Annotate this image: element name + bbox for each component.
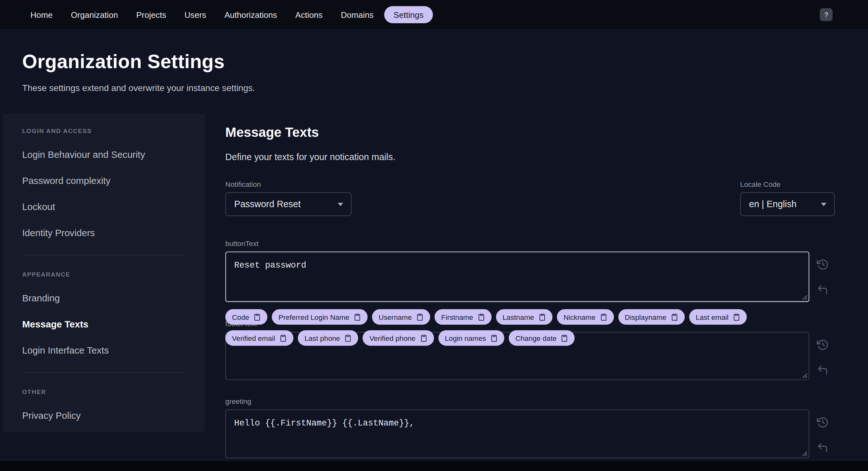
placeholder-chips: Code Preferred Login Name Username First… [225, 309, 801, 346]
chip-verified-email[interactable]: Verified email [225, 330, 293, 346]
nav-authorizations[interactable]: Authorizations [224, 9, 277, 19]
greeting-input[interactable]: Hello {{.FirstName}} {{.LastName}}, [226, 410, 809, 458]
chip-last-phone[interactable]: Last phone [298, 330, 358, 346]
sidebar-item-lockout[interactable]: Lockout [22, 202, 188, 212]
nav-actions[interactable]: Actions [296, 9, 323, 19]
sidebar-item-login-behaviour-and-security[interactable]: Login Behaviour and Security [22, 150, 188, 160]
copy-icon [670, 313, 679, 321]
locale-select-value: en | English [749, 199, 797, 209]
buttontext-textarea-wrap: Reset password [225, 252, 809, 302]
page-subtitle: These settings extend and overwrite your… [22, 83, 255, 93]
greeting-label: greeting [225, 398, 835, 406]
resize-handle-icon[interactable] [802, 450, 807, 456]
chevron-down-icon [821, 202, 826, 206]
copy-icon [415, 313, 424, 321]
message-texts-panel: Message Texts Define your texts for your… [225, 124, 835, 458]
sidebar-section-login-and-access: LOGIN AND ACCESS [22, 127, 188, 134]
notification-select-value: Password Reset [234, 199, 301, 209]
restore-icon[interactable] [816, 258, 829, 270]
chip-preferred-login-name[interactable]: Preferred Login Name [272, 309, 368, 325]
sidebar-item-branding[interactable]: Branding [22, 294, 188, 303]
chip-displayname[interactable]: Displayname [618, 309, 685, 325]
resize-handle-icon[interactable] [802, 294, 807, 300]
locale-label: Locale Code [740, 181, 835, 188]
help-button[interactable]: ? [820, 8, 833, 21]
restore-icon[interactable] [816, 416, 829, 429]
copy-icon [279, 334, 287, 342]
copy-icon [420, 334, 428, 342]
chevron-down-icon [338, 202, 343, 206]
bottom-bar [0, 461, 868, 471]
selectors-row: Notification Password Reset Locale Code … [225, 181, 835, 216]
nav-users[interactable]: Users [184, 9, 206, 19]
section-title: Message Texts [225, 124, 835, 141]
chip-nickname[interactable]: Nickname [557, 309, 614, 325]
sidebar-item-privacy-policy[interactable]: Privacy Policy [22, 411, 188, 421]
copy-icon [253, 313, 261, 321]
chip-username[interactable]: Username [372, 309, 430, 325]
buttontext-label: buttonText [225, 240, 835, 247]
sidebar-item-identity-providers[interactable]: Identity Providers [22, 228, 188, 238]
footertext-actions [816, 332, 829, 376]
sidebar-divider [22, 255, 184, 256]
undo-icon[interactable] [816, 364, 829, 376]
buttontext-field-group: buttonText Reset password [225, 240, 835, 302]
nav-settings-active[interactable]: Settings [384, 6, 433, 23]
nav-organization[interactable]: Organization [71, 9, 118, 19]
chip-lastname[interactable]: Lastname [496, 309, 553, 325]
copy-icon [344, 334, 352, 342]
restore-icon[interactable] [816, 338, 829, 351]
settings-sidebar: LOGIN AND ACCESS Login Behaviour and Sec… [3, 114, 205, 432]
chip-verified-phone[interactable]: Verified phone [363, 330, 434, 346]
chip-change-date[interactable]: Change date [509, 330, 575, 346]
app-root: Home Organization Projects Users Authori… [0, 0, 868, 471]
sidebar-item-login-interface-texts[interactable]: Login Interface Texts [22, 346, 188, 355]
buttontext-actions [816, 252, 829, 296]
chip-login-names[interactable]: Login names [438, 330, 504, 346]
resize-handle-icon[interactable] [802, 372, 807, 378]
sidebar-item-password-complexity[interactable]: Password complexity [22, 176, 188, 186]
chip-last-email[interactable]: Last email [689, 309, 747, 325]
copy-icon [477, 313, 485, 321]
page-header: Organization Settings These settings ext… [22, 51, 255, 93]
undo-icon[interactable] [816, 284, 829, 296]
sidebar-section-other: OTHER [22, 388, 188, 395]
copy-icon [490, 334, 498, 342]
undo-icon[interactable] [816, 442, 829, 454]
copy-icon [353, 313, 362, 321]
sidebar-section-appearance: APPEARANCE [22, 271, 188, 277]
sidebar-item-message-texts[interactable]: Message Texts [22, 320, 188, 330]
locale-select-group: Locale Code en | English [740, 181, 835, 216]
greeting-actions [816, 410, 829, 454]
nav-domains[interactable]: Domains [341, 9, 374, 19]
copy-icon [599, 313, 608, 321]
buttontext-input[interactable]: Reset password [226, 252, 809, 301]
notification-select[interactable]: Password Reset [225, 192, 352, 216]
chip-firstname[interactable]: Firstname [435, 309, 492, 325]
sidebar-divider [22, 372, 184, 373]
greeting-field-group: greeting Hello {{.FirstName}} {{.LastNam… [225, 398, 835, 458]
locale-select[interactable]: en | English [740, 192, 835, 216]
section-subtitle: Define your texts for your notication ma… [225, 151, 835, 163]
page-title: Organization Settings [22, 51, 255, 72]
nav-home[interactable]: Home [31, 9, 53, 19]
copy-icon [733, 313, 741, 321]
greeting-textarea-wrap: Hello {{.FirstName}} {{.LastName}}, [225, 410, 809, 458]
main-nav: Home Organization Projects Users Authori… [31, 6, 820, 23]
top-navigation-bar: Home Organization Projects Users Authori… [0, 0, 868, 29]
nav-projects[interactable]: Projects [136, 9, 166, 19]
copy-icon [538, 313, 546, 321]
chip-code[interactable]: Code [225, 309, 268, 325]
copy-icon [561, 334, 569, 342]
